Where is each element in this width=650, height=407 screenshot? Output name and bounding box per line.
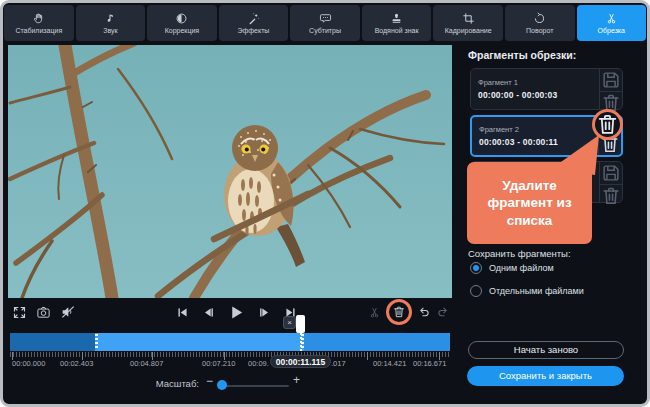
tab-correction[interactable]: Коррекция bbox=[147, 5, 217, 41]
tab-rotate[interactable]: Поворот bbox=[505, 5, 575, 41]
contrast-icon bbox=[175, 12, 188, 25]
fragment-row-1[interactable]: Фрагмент 1 00:00:00 - 00:00:03 bbox=[470, 68, 623, 110]
radio-separate-files[interactable] bbox=[470, 285, 482, 297]
zoom-slider-track[interactable] bbox=[219, 385, 289, 387]
zoom-label: Масштаб: bbox=[123, 378, 199, 389]
radio-separate-files-label: Отдельными файлами bbox=[489, 286, 584, 296]
highlight-circle-delete bbox=[592, 109, 623, 140]
ruler-label: 00:02.403 bbox=[60, 359, 93, 368]
zoom-slider-knob[interactable] bbox=[217, 380, 227, 390]
frame-forward-icon[interactable] bbox=[258, 306, 271, 319]
timeline-segment-3[interactable] bbox=[304, 333, 450, 351]
tab-stabilization[interactable]: Стабилизация bbox=[4, 5, 74, 41]
ruler-label: 00:00.000 bbox=[12, 359, 45, 368]
undo-icon[interactable] bbox=[417, 305, 431, 319]
delete-trash-icon[interactable] bbox=[392, 305, 406, 319]
scissors-icon bbox=[605, 12, 618, 25]
tab-crop[interactable]: Кадрирование bbox=[433, 5, 503, 41]
player-controls bbox=[8, 299, 452, 325]
save-and-close-button[interactable]: Сохранить и закрыть bbox=[467, 366, 624, 386]
playhead-grip[interactable] bbox=[296, 315, 305, 333]
app-window: Стабилизация Звук Коррекция Эффекты Субт… bbox=[0, 0, 650, 407]
playhead-line[interactable] bbox=[300, 333, 302, 351]
redo-icon[interactable] bbox=[436, 305, 450, 319]
zoom-out-button[interactable]: − bbox=[206, 374, 213, 388]
tab-subtitles[interactable]: Субтитры bbox=[290, 5, 360, 41]
crop-icon bbox=[462, 12, 475, 25]
fullscreen-icon[interactable] bbox=[12, 305, 27, 320]
segment-close-button[interactable]: × bbox=[283, 316, 296, 329]
ruler-label: 00:14.421 bbox=[373, 359, 406, 368]
fragment-name: Фрагмент 1 bbox=[478, 78, 592, 87]
cut-scissors-icon[interactable] bbox=[368, 306, 381, 319]
toolbar-tabs: Стабилизация Звук Коррекция Эффекты Субт… bbox=[3, 3, 647, 43]
tab-watermark[interactable]: Водяной знак bbox=[362, 5, 432, 41]
skip-start-icon[interactable] bbox=[176, 306, 189, 319]
play-icon[interactable] bbox=[228, 304, 245, 321]
snapshot-camera-icon[interactable] bbox=[36, 305, 51, 320]
ruler-label: .017 bbox=[331, 359, 346, 368]
rotate-icon bbox=[533, 12, 546, 25]
time-ruler bbox=[10, 352, 450, 357]
ruler-label: 00:09. bbox=[248, 359, 269, 368]
music-note-icon bbox=[104, 12, 117, 25]
reset-button[interactable]: Начать заново bbox=[468, 341, 624, 359]
tab-trim-active[interactable]: Обрезка bbox=[577, 5, 647, 41]
magic-wand-icon bbox=[247, 12, 260, 25]
fragments-panel-title: Фрагменты обрезки: bbox=[468, 49, 576, 61]
timeline-bar bbox=[10, 333, 450, 351]
ruler-label: 00:04.807 bbox=[130, 359, 163, 368]
radio-single-file-label: Одним файлом bbox=[489, 263, 554, 273]
current-time-badge: 00:00:11.115 bbox=[270, 355, 331, 368]
radio-single-file[interactable] bbox=[470, 262, 482, 274]
ruler-label: 00:16.671 bbox=[413, 359, 446, 368]
fragment-range: 00:00:00 - 00:00:03 bbox=[478, 90, 592, 100]
highlight-circle-controls bbox=[386, 299, 412, 325]
ruler-labels: 00:00.00000:02.40300:04.80700:07.21000:0… bbox=[10, 359, 450, 369]
speech-bubble-icon bbox=[319, 12, 332, 25]
stamp-icon bbox=[390, 12, 403, 25]
tab-effects[interactable]: Эффекты bbox=[219, 5, 289, 41]
mute-speaker-icon[interactable] bbox=[60, 304, 76, 320]
delete-fragment-icon[interactable] bbox=[600, 184, 622, 207]
delete-callout: Удалите фрагмент из списка bbox=[467, 162, 592, 244]
tab-sound[interactable]: Звук bbox=[76, 5, 146, 41]
hand-icon bbox=[32, 12, 45, 25]
ruler-label: 00:07.210 bbox=[202, 359, 235, 368]
timeline-segment-1[interactable] bbox=[10, 333, 95, 351]
save-fragments-title: Сохранить фрагменты: bbox=[468, 248, 571, 259]
delete-fragment-icon[interactable] bbox=[595, 112, 620, 137]
zoom-in-button[interactable]: + bbox=[293, 373, 300, 387]
frame-back-icon[interactable] bbox=[202, 306, 215, 319]
video-preview bbox=[8, 45, 452, 298]
timeline-segment-selected[interactable] bbox=[95, 333, 304, 351]
save-fragment-icon[interactable] bbox=[600, 69, 622, 91]
